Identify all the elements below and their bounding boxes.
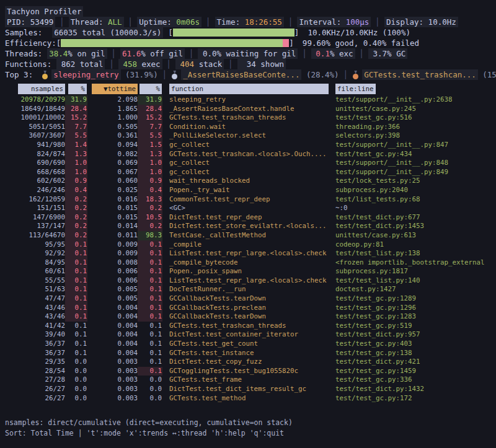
thread-stat-4: 3.7% GC — [368, 48, 407, 59]
column-header-direct-pct[interactable]: % — [68, 84, 87, 94]
table-row[interactable]: 26/270.00.0030.0GCTests.test_methodtest/… — [4, 394, 492, 403]
cell-function: gc_collect — [169, 141, 329, 150]
cell-direct-pct: 0.1 — [65, 276, 87, 286]
cell-cumulative-pct: 0.1 — [138, 240, 162, 250]
cell-direct-pct: 0.1 — [65, 240, 87, 250]
cell-cumulative-pct: 0.1 — [138, 267, 162, 276]
cell-function: GCTests.test_trashcan.<locals>.Ouch.... — [169, 150, 329, 159]
cell-file-line: test/support/__init__.py:2638 — [335, 95, 492, 105]
table-row[interactable]: 151/1510.20.0150.2<GC>~:0 — [4, 204, 492, 213]
table-row[interactable]: 55/550.10.0060.1ListTest.test_repr_large… — [4, 276, 492, 286]
cell-function: GCCallbackTests.preclean — [169, 304, 329, 313]
cell-direct-pct: 0.1 — [65, 340, 87, 349]
table-row[interactable]: 41/420.10.0040.1GCTests.test_trashcan_th… — [4, 322, 492, 331]
separator: │ — [224, 59, 237, 69]
profiler-screen: Tachyon Profiler PID: 53499│Thread: ALL│… — [0, 0, 496, 448]
cell-function: DictTest.test_store_evilattr.<locals... — [169, 222, 329, 231]
table-row[interactable]: 27/280.00.0030.0GCTests.test_frametest/t… — [4, 376, 492, 385]
status-interval: Interval: 100μs — [297, 17, 371, 27]
cell-function: GCTests.test_get_count — [169, 340, 329, 349]
cell-cumulative-pct: 7.7 — [138, 123, 162, 132]
medal-bronze-icon — [352, 71, 359, 79]
cell-cumulative-pct: 0.1 — [138, 294, 162, 304]
cell-cumulative-pct: 0.1 — [138, 304, 162, 313]
table-row[interactable]: 690/6901.00.0691.0gc_collecttest/support… — [4, 159, 492, 168]
separator: │ — [158, 69, 172, 80]
column-header-nsamples[interactable]: nsamples — [18, 84, 65, 94]
column-header-file-line[interactable]: file:line — [335, 84, 376, 94]
cell-nsamples: 162/12059 — [4, 195, 65, 204]
table-row[interactable]: 95/950.10.0090.1_compilecodeop.py:81 — [4, 240, 492, 250]
table-row[interactable]: 20978/2097931.92.09831.9sleeping_retryte… — [4, 95, 492, 105]
top3-label: Top 3: — [5, 69, 33, 80]
table-row[interactable]: 113/646700.20.01198.3TestCase._callTestM… — [4, 231, 492, 240]
table-row[interactable]: 51/630.10.0050.1DocTestRunner.__rundocte… — [4, 285, 492, 294]
cell-cumulative-pct: 0.1 — [138, 349, 162, 358]
thread-stat-1: 61.6% off gil — [120, 48, 185, 59]
table-row[interactable]: 137/1470.20.0140.2DictTest.test_store_ev… — [4, 222, 492, 231]
cell-cumulative-pct: 18.3 — [138, 195, 162, 204]
cell-cumulative-pct: 1.3 — [138, 150, 162, 159]
table-row[interactable]: 26/270.00.0030.0DictTest.test_dict_items… — [4, 385, 492, 394]
cell-tottime: 0.005 — [87, 285, 138, 294]
table-row[interactable]: 39/400.10.0040.1DictTest.test_container_… — [4, 330, 492, 340]
cell-file-line: test/test_list.py:140 — [335, 276, 492, 286]
separator: │ — [355, 48, 369, 59]
cell-nsamples: 113/64670 — [4, 231, 65, 240]
cell-nsamples: 10001/10002 — [4, 113, 65, 123]
table-row[interactable]: 60/610.10.0060.1Popen._posix_spawnsubpro… — [4, 267, 492, 276]
cell-file-line: test/test_gc.py:336 — [335, 376, 492, 385]
status-bar: PID: 53499│Thread: ALL│Uptime: 0m06s│Tim… — [4, 17, 492, 27]
cell-function: GCCallbackTests.tearDown — [169, 312, 329, 322]
table-row[interactable]: 43/460.10.0040.1GCCallbackTests.tearDown… — [4, 312, 492, 322]
cell-tottime: 0.004 — [87, 340, 138, 349]
column-header-tottime-sorted[interactable]: ▼tottime — [92, 84, 138, 94]
cell-function: DocTestRunner.__run — [169, 285, 329, 294]
column-header-function[interactable]: function — [169, 84, 329, 94]
cell-nsamples: 92/92 — [4, 249, 65, 258]
table-row[interactable]: 147/69000.20.01510.5DictTest.test_repr_d… — [4, 213, 492, 222]
table-row[interactable]: 36/370.10.0040.1GCTests.test_get_countte… — [4, 340, 492, 349]
table-row[interactable]: 29/350.00.0030.1DictTest.test_copy_fuzzt… — [4, 358, 492, 367]
table-row[interactable]: 162/120590.20.01618.3CommonTest.test_rep… — [4, 195, 492, 204]
table-row[interactable]: 602/6020.90.0600.9wait_threads_blockedte… — [4, 177, 492, 186]
cell-function: GCTests.test_trashcan_threads — [169, 113, 329, 123]
table-row[interactable]: 84/950.10.0080.1_compile_bytecode<frozen… — [4, 258, 492, 268]
cell-direct-pct: 0.1 — [65, 312, 87, 322]
cell-tottime: 0.004 — [87, 349, 138, 358]
cell-file-line: test/test_dict.py:1432 — [335, 385, 492, 394]
table-row[interactable]: 47/470.10.0050.1GCCallbackTests.tearDown… — [4, 294, 492, 304]
cell-nsamples: 51/63 — [4, 285, 65, 294]
separator: │ — [162, 59, 176, 69]
cell-nsamples: 5051/5051 — [4, 123, 65, 132]
separator: │ — [284, 17, 298, 27]
table-row[interactable]: 18649/1864928.41.86528.4_AssertRaisesBas… — [4, 105, 492, 114]
cell-function: DictTest.test_dict_items_result_gc — [169, 385, 329, 394]
table-row[interactable]: 668/6681.00.0671.0gc_collecttest/support… — [4, 168, 492, 177]
cell-nsamples: 26/27 — [4, 385, 65, 394]
table-row[interactable]: 824/8741.30.0821.3GCTests.test_trashcan.… — [4, 150, 492, 159]
cell-direct-pct: 1.0 — [65, 168, 87, 177]
cell-cumulative-pct: 1.5 — [138, 141, 162, 150]
status-thread: Thread: ALL — [69, 17, 124, 27]
table-row[interactable]: 36/370.10.0040.1GCTests.test_instancetes… — [4, 349, 492, 358]
table-row[interactable]: 941/9801.40.0941.5gc_collecttest/support… — [4, 141, 492, 150]
table-row[interactable]: 10001/1000215.21.00015.2GCTests.test_tra… — [4, 113, 492, 123]
keybindings-bar: Sort: Total Time | 't':mode 'x':trends ↔… — [5, 428, 492, 439]
table-row[interactable]: 3607/36075.50.3615.5_PollLikeSelector.se… — [4, 131, 492, 141]
samples-bar-open-bracket: [ — [168, 27, 173, 38]
separator: │ — [202, 17, 215, 27]
cell-nsamples: 28/54 — [4, 367, 65, 376]
cell-file-line: test/test_dict.py:957 — [335, 330, 492, 340]
column-header-cumulative-pct[interactable]: % — [140, 84, 162, 94]
table-row[interactable]: 246/2460.40.0250.4Popen._try_waitsubproc… — [4, 186, 492, 195]
table-row[interactable]: 5051/50517.70.5057.7Condition.waitthread… — [4, 123, 492, 132]
separator: │ — [185, 48, 198, 59]
table-row[interactable]: 43/460.10.0040.1GCCallbackTests.preclean… — [4, 304, 492, 313]
table-row[interactable]: 92/920.10.0090.1ListTest.test_repr_large… — [4, 249, 492, 258]
cell-file-line: threading.py:366 — [335, 123, 492, 132]
cell-cumulative-pct: 0.0 — [138, 376, 162, 385]
cell-tottime: 0.014 — [87, 222, 138, 231]
table-row[interactable]: 28/540.00.0030.1GCTogglingTests.test_bug… — [4, 367, 492, 376]
cell-direct-pct: 0.2 — [65, 231, 87, 240]
